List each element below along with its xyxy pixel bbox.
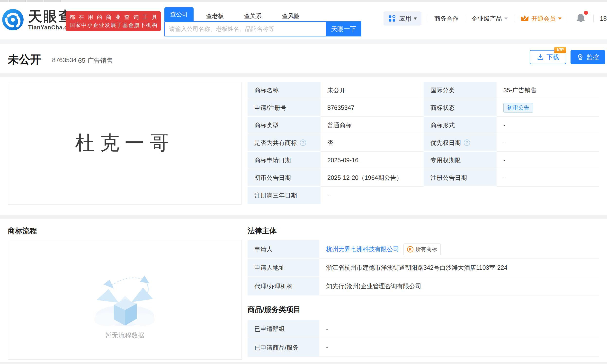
strip-segment xyxy=(27,0,43,2)
trademark-detail-page: 天眼查 TianYanCha.com 都在用的商业查询工具 国家中小企业发展子基… xyxy=(0,0,607,364)
field-value: - xyxy=(319,320,599,338)
chevron-down-icon xyxy=(414,17,417,20)
field-value: 87635347 xyxy=(321,99,424,117)
field-label: 商标类型 xyxy=(248,117,321,134)
field-label: 优先权日期 ? xyxy=(424,134,497,152)
value-text: 35-广告销售 xyxy=(503,86,537,94)
field-label: 商标申请日期 xyxy=(248,152,321,169)
value-text: - xyxy=(503,174,505,181)
all-trademarks-badge[interactable]: R 所有商标 xyxy=(404,244,441,255)
monitor-label: 监控 xyxy=(586,53,599,62)
strip-segment xyxy=(9,0,26,2)
apps-label: 应用 xyxy=(399,14,411,23)
notification-dot xyxy=(584,11,588,15)
page-title: 未公开 xyxy=(8,52,41,67)
apps-menu[interactable]: 应用 xyxy=(383,12,421,26)
tianyancha-logo[interactable]: 天眼查 TianYanCha.com xyxy=(2,9,77,31)
field-value: 2025-09-16 xyxy=(321,152,424,169)
field-label: 专用权期限 xyxy=(424,152,497,169)
tab-risk[interactable]: 查风险 xyxy=(281,11,301,21)
field-value: - xyxy=(319,338,599,357)
field-value: 普通商标 xyxy=(321,117,424,134)
account-label: 186*... xyxy=(600,15,607,22)
search-button[interactable]: 天眼一下 xyxy=(326,21,361,37)
divider xyxy=(514,14,514,22)
label-text: 优先权日期 xyxy=(431,139,461,147)
download-label: 下载 xyxy=(546,53,559,62)
search-input[interactable] xyxy=(164,21,326,37)
label-text: 国际分类 xyxy=(431,86,455,94)
label-text: 申请人地址 xyxy=(254,264,285,272)
field-value: 未公开 xyxy=(321,82,424,99)
value-text: 未公开 xyxy=(327,86,346,94)
value-text: 知先行(沧州)企业管理咨询有限公司 xyxy=(326,282,421,290)
field-label: 申请人地址 xyxy=(248,259,319,277)
promo-line-2: 国家中小企业发展子基金旗下机构 xyxy=(69,21,157,29)
vip-badge: VIP xyxy=(554,47,566,53)
help-icon[interactable]: ? xyxy=(300,140,306,146)
detail-section: 商标流程 暂无流 xyxy=(0,219,607,362)
registered-icon: R xyxy=(407,246,413,252)
divider-band xyxy=(0,362,607,364)
promo-banner: 都在用的商业查询工具 国家中小企业发展子基金旗下机构 xyxy=(66,11,161,31)
monitor-button[interactable]: 监控 xyxy=(570,50,605,64)
empty-box-illustration xyxy=(93,272,156,326)
nav-cooperation[interactable]: 商务合作 xyxy=(434,14,459,23)
help-icon[interactable]: ? xyxy=(464,140,470,146)
divider xyxy=(568,14,568,22)
tab-company[interactable]: 查公司 xyxy=(164,7,194,21)
tab-boss[interactable]: 查老板 xyxy=(205,11,225,21)
top-nav: 应用 商务合作 企业级产品 开通会员 xyxy=(383,11,607,26)
apps-grid-icon xyxy=(388,14,396,23)
monitor-camera-icon xyxy=(577,53,584,61)
legal-table: 申请人 杭州无界七洲科技有限公司 R 所有商标 申请人地址 浙江省杭州市建德市洋… xyxy=(248,240,599,296)
site-header: 天眼查 TianYanCha.com 都在用的商业查询工具 国家中小企业发展子基… xyxy=(0,2,607,39)
applicant-link[interactable]: 杭州无界七洲科技有限公司 xyxy=(326,245,399,253)
strip-segment xyxy=(0,0,8,2)
value-text: 否 xyxy=(327,139,333,147)
search-area: 查公司 查老板 查关系 查风险 天眼一下 xyxy=(164,7,361,37)
tianyancha-logo-icon xyxy=(2,9,24,31)
account-menu[interactable]: 186*... xyxy=(600,15,607,22)
label-text: 商标申请日期 xyxy=(254,156,291,164)
field-label: 初审公告日期 xyxy=(248,169,321,187)
label-text: 专用权期限 xyxy=(431,156,461,164)
browser-tab-strip xyxy=(0,0,607,2)
field-label: 申请人 xyxy=(248,240,319,259)
field-label: 已申请商品/服务 xyxy=(248,338,319,357)
nav-enterprise[interactable]: 企业级产品 xyxy=(472,14,508,23)
tab-relation[interactable]: 查关系 xyxy=(243,11,263,21)
goods-table: 已申请群组 - 已申请商品/服务 - xyxy=(248,320,599,357)
trademark-image: 杜克一哥 xyxy=(8,82,242,205)
goods-section-title: 商品/服务类项目 xyxy=(248,305,301,315)
field-label: 是否为共有商标 ? xyxy=(248,134,321,152)
basic-info-table: 商标名称 未公开 国际分类 35-广告销售 申请/注册号 87635347 商标… xyxy=(248,82,599,204)
field-label: 商标名称 xyxy=(248,82,321,99)
notifications-bell[interactable] xyxy=(575,13,586,24)
field-label: 代理/办理机构 xyxy=(248,277,319,296)
process-section-title: 商标流程 xyxy=(8,226,37,236)
empty-state-text: 暂无流程数据 xyxy=(8,331,242,340)
field-label: 已申请群组 xyxy=(248,320,319,338)
nav-vip[interactable]: 开通会员 xyxy=(521,14,562,23)
field-label: 商标状态 xyxy=(424,99,497,117)
strip-segment xyxy=(44,0,61,2)
field-value: - xyxy=(497,117,599,134)
label-text: 申请/注册号 xyxy=(254,104,286,112)
chevron-down-icon xyxy=(558,17,562,20)
download-button[interactable]: 下载 VIP xyxy=(530,50,566,64)
field-value: - xyxy=(321,187,424,204)
promo-line-1: 都在用的商业查询工具 xyxy=(69,13,157,21)
field-value: 初审公告 xyxy=(497,99,599,117)
status-badge[interactable]: 初审公告 xyxy=(503,103,533,113)
field-value: 知先行(沧州)企业管理咨询有限公司 xyxy=(319,277,599,296)
empty-cell xyxy=(497,187,599,204)
value-text: - xyxy=(503,122,505,129)
field-label: 注册满三年日期 xyxy=(248,187,321,204)
empty-cell xyxy=(424,187,497,204)
field-value: 浙江省杭州市建德市洋溪街道朝阳路342号白沙滩大酒店1103室-224 xyxy=(319,259,599,277)
value-text: 普通商标 xyxy=(327,121,352,129)
field-value: 35-广告销售 xyxy=(497,82,599,99)
value-text: 浙江省杭州市建德市洋溪街道朝阳路342号白沙滩大酒店1103室-224 xyxy=(326,264,508,272)
value-text: - xyxy=(503,139,505,146)
